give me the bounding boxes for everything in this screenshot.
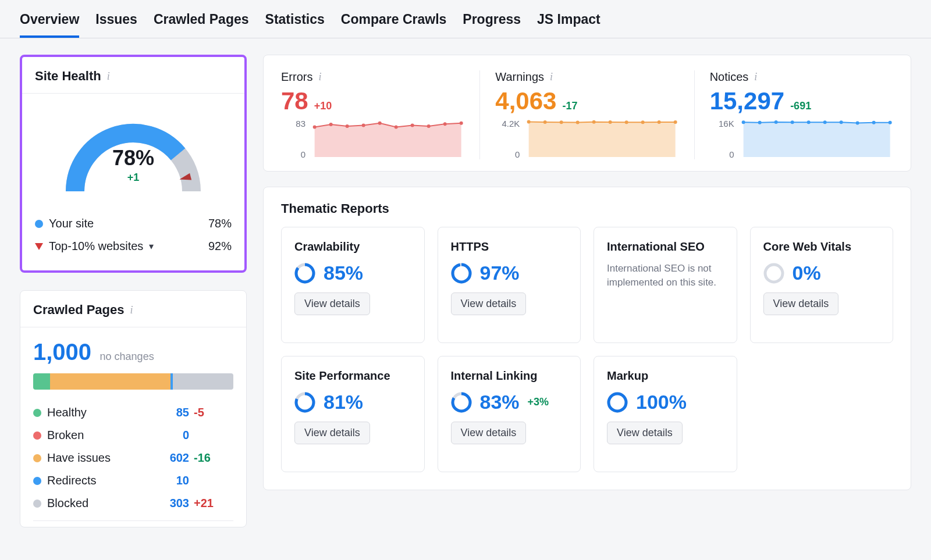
svg-point-6 [395,125,398,129]
svg-point-18 [641,120,645,124]
thematic-card-title: International SEO [607,240,724,254]
legend-label: Top-10% websites [49,240,143,253]
svg-point-23 [774,120,777,124]
spark-axis: 4.2K 0 [495,119,520,159]
svg-point-17 [625,120,628,124]
tab-js-impact[interactable]: JS Impact [537,12,600,38]
view-details-button[interactable]: View details [451,422,527,444]
left-column: Site Health i 78% +1 Your site [20,55,247,527]
breakdown-label: Healthy [47,406,87,419]
view-details-button[interactable]: View details [451,293,527,315]
metric-delta: -691 [790,100,811,112]
info-icon[interactable]: i [318,71,321,83]
breakdown-delta: -16 [194,451,221,465]
metric-errors[interactable]: Errors i 78 +10 83 0 [281,70,480,159]
sparkline-errors [311,119,464,159]
thematic-card-title: Internal Linking [451,369,568,383]
breakdown-label: Redirects [47,474,96,487]
svg-point-8 [427,124,431,128]
divider [33,520,233,521]
svg-point-2 [329,123,333,126]
thematic-card: Core Web Vitals0%View details [750,227,894,343]
thematic-card-title: Site Performance [294,369,411,383]
axis-top: 4.2K [495,119,520,129]
svg-point-21 [741,120,745,124]
metric-notices[interactable]: Notices i 15,297 -691 16K 0 [695,70,893,159]
axis-top: 83 [281,119,305,129]
thematic-card-pct: 0% [793,262,821,284]
svg-point-26 [823,120,826,124]
site-health-percent: 78% [22,146,244,170]
svg-point-34 [453,265,470,282]
breakdown-row[interactable]: Blocked303+21 [33,492,233,515]
svg-point-20 [674,120,677,124]
dot-icon [33,454,41,462]
svg-point-7 [411,123,414,127]
svg-point-5 [378,122,382,125]
tab-overview[interactable]: Overview [20,12,79,38]
site-health-legend: Your site 78% Top-10% websites ▾ 92% [22,204,244,270]
metric-delta: -17 [562,100,577,112]
svg-point-35 [765,265,783,282]
bar-segment[interactable] [50,373,170,390]
view-details-button[interactable]: View details [607,422,683,444]
breakdown-delta [194,429,221,442]
view-details-button[interactable]: View details [294,293,370,315]
svg-point-1 [313,125,317,129]
bar-segment[interactable] [173,373,233,390]
dot-icon [33,431,41,440]
metric-label: Errors [281,70,312,84]
svg-point-30 [888,121,891,124]
tab-progress[interactable]: Progress [463,12,521,38]
info-icon[interactable]: i [107,70,110,83]
breakdown-value: 602 [164,451,189,465]
donut-icon [451,263,472,284]
chevron-down-icon: ▾ [149,241,154,252]
view-details-button[interactable]: View details [294,422,370,444]
thematic-card-note: International SEO is not implemented on … [607,262,724,290]
bar-segment[interactable] [33,373,50,390]
breakdown-row[interactable]: Have issues602-16 [33,447,233,469]
metric-value: 15,297 [710,87,784,115]
info-icon[interactable]: i [754,71,757,83]
thematic-grid: Crawlability85%View detailsHTTPS97%View … [264,221,911,490]
donut-icon [451,392,472,413]
tab-statistics[interactable]: Statistics [265,12,325,38]
crawled-pages-sub: no changes [100,351,154,362]
breakdown-row[interactable]: Healthy85-5 [33,401,233,424]
info-icon[interactable]: i [550,71,553,83]
axis-bot: 0 [281,149,305,159]
thematic-card-title: Core Web Vitals [763,240,880,254]
site-health-gauge: 78% +1 [22,94,244,204]
tab-crawled-pages[interactable]: Crawled Pages [154,12,249,38]
dot-icon [33,500,41,508]
spark-axis: 16K 0 [710,119,734,159]
legend-top10[interactable]: Top-10% websites ▾ 92% [35,235,232,258]
breakdown-label: Have issues [47,451,111,465]
metric-warnings[interactable]: Warnings i 4,063 -17 4.2K 0 [480,70,694,159]
tab-compare-crawls[interactable]: Compare Crawls [341,12,447,38]
metric-delta: +10 [314,100,332,112]
dot-icon [33,477,41,485]
axis-bot: 0 [495,149,520,159]
breakdown-row[interactable]: Redirects10 [33,469,233,492]
crawled-pages-count[interactable]: 1,000 [33,339,91,365]
svg-point-9 [443,122,447,126]
svg-point-16 [609,120,612,124]
breakdown-row[interactable]: Broken0 [33,424,233,447]
thematic-card: Internal Linking83%+3%View details [438,356,581,472]
donut-icon [294,392,315,413]
thematic-card-pct: 100% [636,391,687,413]
donut-icon [763,263,784,284]
legend-value: 92% [208,240,232,253]
dot-icon [33,409,41,417]
svg-point-42 [609,394,626,411]
main-content: Site Health i 78% +1 Your site [0,38,931,527]
info-icon[interactable]: i [130,304,133,316]
svg-point-19 [658,120,661,124]
tab-issues[interactable]: Issues [95,12,137,38]
thematic-card-delta: +3% [528,396,549,408]
thematic-card-pct: 85% [324,262,363,284]
view-details-button[interactable]: View details [763,293,839,315]
metric-label: Warnings [495,70,544,84]
